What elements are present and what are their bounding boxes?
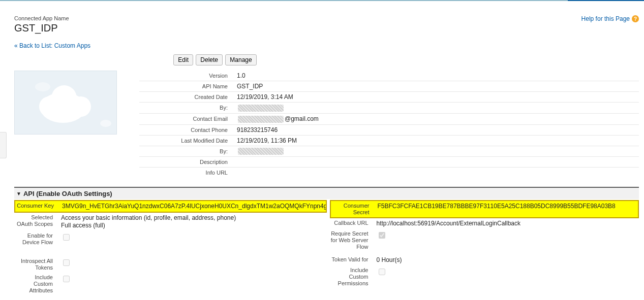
help-link[interactable]: Help for this Page ?	[581, 15, 639, 22]
consumer-key-value: 3MVG9n_HvETGhr3AiaYuQ1nzdwxC06A7zP.4lUCj…	[62, 203, 326, 210]
api-section-title: API (Enable OAuth Settings)	[23, 190, 112, 197]
info-url-label: Info URL	[139, 168, 237, 177]
introspect-tokens-checkbox	[63, 259, 70, 266]
include-custom-attr-label: Include Custom Attributes	[14, 274, 61, 294]
redacted	[238, 116, 284, 123]
token-valid-label: Token Valid for	[330, 256, 377, 263]
contact-phone-label: Contact Phone	[139, 125, 237, 135]
created-date-label: Created Date	[139, 92, 237, 102]
api-name-value: GST_IDP	[237, 81, 263, 91]
collapsed-sidebar[interactable]	[0, 132, 7, 158]
edit-button[interactable]: Edit	[173, 54, 193, 65]
modified-by-label: By:	[139, 147, 237, 156]
delete-button[interactable]: Delete	[196, 54, 223, 65]
contact-email-value: @gmail.com	[237, 114, 319, 124]
token-valid-value: 0 Hour(s)	[377, 256, 402, 264]
manage-button[interactable]: Manage	[225, 54, 256, 65]
description-label: Description	[139, 157, 237, 166]
callback-url-label: Callback URL	[330, 220, 377, 226]
device-flow-checkbox	[63, 234, 70, 241]
help-icon: ?	[632, 15, 639, 22]
include-custom-perm-label: Include Custom Permissions	[330, 267, 377, 287]
last-modified-label: Last Modified Date	[139, 136, 237, 145]
oauth-scopes-label: Selected OAuth Scopes	[14, 214, 61, 227]
created-by-label: By:	[139, 103, 237, 112]
created-date-value: 12/19/2019, 3:14 AM	[237, 92, 293, 102]
consumer-secret-label: Consumer Secret	[331, 203, 378, 216]
details-table: Version 1.0 API Name GST_IDP Created Dat…	[139, 71, 639, 178]
consumer-secret-value: F5BFC3FCFAE1CB19BE787BBBE97F3110E5A25C18…	[378, 203, 616, 210]
oauth-scopes-value: Access your basic information (id, profi…	[61, 214, 236, 229]
contact-email-label: Contact Email	[139, 114, 237, 123]
action-bar: Edit Delete Manage	[151, 54, 279, 65]
consumer-key-row: Consumer Key 3MVG9n_HvETGhr3AiaYuQ1nzdwx…	[14, 200, 327, 213]
api-name-label: API Name	[139, 82, 237, 91]
require-secret-label: Require Secret for Web Server Flow	[330, 230, 377, 250]
redacted	[238, 105, 284, 112]
last-modified-value: 12/19/2019, 11:36 PM	[237, 136, 297, 146]
redacted	[238, 148, 284, 155]
page-subtitle: Connected App Name	[14, 15, 69, 21]
require-secret-checkbox	[379, 232, 385, 239]
version-value: 1.0	[237, 71, 246, 81]
device-flow-label: Enable for Device Flow	[14, 232, 61, 246]
version-label: Version	[139, 71, 237, 80]
help-link-label: Help for this Page	[581, 15, 630, 22]
page-title: GST_IDP	[14, 22, 69, 34]
app-logo	[14, 71, 117, 135]
contact-phone-value: 918233215746	[237, 125, 278, 135]
created-by-value	[237, 103, 285, 113]
include-custom-perm-checkbox	[379, 269, 385, 275]
modified-by-value	[237, 146, 285, 157]
callback-url-value: http://localhost:56919/Account/ExternalL…	[377, 220, 521, 227]
back-to-list-link[interactable]: « Back to List: Custom Apps	[14, 42, 90, 49]
consumer-secret-row: Consumer Secret F5BFC3FCFAE1CB19BE787BBB…	[330, 200, 639, 218]
api-section-header[interactable]: ▼ API (Enable OAuth Settings)	[14, 187, 639, 199]
introspect-tokens-label: Introspect All Tokens	[14, 258, 61, 271]
consumer-key-label: Consumer Key	[15, 203, 62, 209]
collapse-triangle-icon: ▼	[16, 191, 21, 196]
include-custom-attr-checkbox	[63, 276, 70, 282]
top-bar-accent	[568, 0, 644, 1]
